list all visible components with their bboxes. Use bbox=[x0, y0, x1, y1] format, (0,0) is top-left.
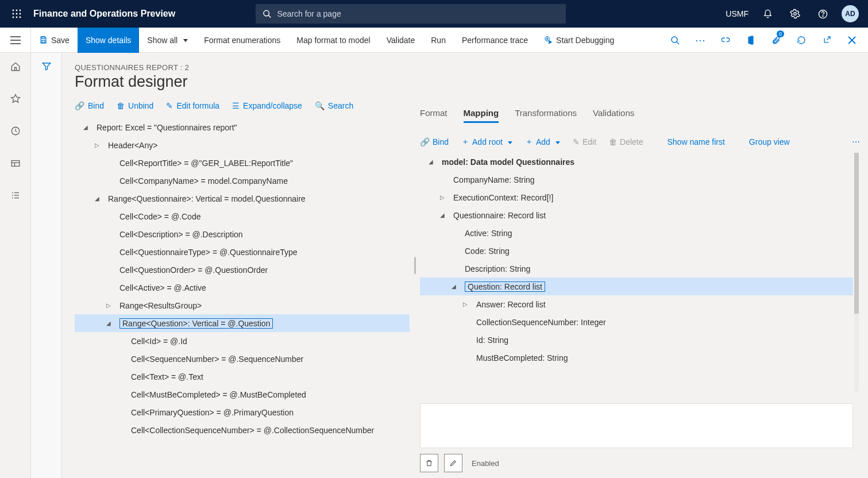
cmd-search-icon[interactable] bbox=[665, 30, 685, 51]
tree-row[interactable]: Active: String bbox=[420, 224, 853, 242]
cmd-attachments-icon[interactable]: 0 bbox=[766, 30, 786, 51]
search-tree-button[interactable]: 🔍Search bbox=[315, 101, 353, 110]
caret-open-icon[interactable]: ◢ bbox=[92, 195, 102, 202]
start-debugging-button[interactable]: Start Debugging bbox=[536, 28, 622, 53]
save-button[interactable]: Save bbox=[31, 28, 78, 53]
tree-row[interactable]: ◢Report: Excel = "Questionnaires report" bbox=[75, 118, 410, 136]
tree-label: Cell<CollectionSequenceNumber> = @.Colle… bbox=[131, 426, 374, 435]
show-details-button[interactable]: Show details bbox=[78, 28, 139, 53]
nav-collapse-button[interactable] bbox=[0, 28, 31, 53]
tree-row[interactable]: MustBeCompleted: String bbox=[420, 349, 853, 367]
tree-row[interactable]: ◢Range<Questionnaire>: Vertical = model.… bbox=[75, 190, 410, 207]
tree-row[interactable]: Cell<QuestionOrder> = @.QuestionOrder bbox=[75, 261, 410, 279]
show-all-button[interactable]: Show all bbox=[139, 28, 196, 53]
tree-row[interactable]: ▷Range<ResultsGroup> bbox=[75, 296, 410, 314]
unbind-button[interactable]: 🗑Unbind bbox=[117, 101, 153, 110]
caret-closed-icon[interactable]: ▷ bbox=[460, 301, 470, 307]
tree-row[interactable]: ◢Question: Record list bbox=[420, 277, 853, 295]
caret-open-icon[interactable]: ◢ bbox=[426, 159, 436, 165]
tree-row[interactable]: ▷Header<Any> bbox=[75, 136, 410, 154]
tree-row[interactable]: CompanyName: String bbox=[420, 171, 853, 188]
notifications-icon[interactable] bbox=[759, 5, 776, 22]
cmd-close-icon[interactable] bbox=[842, 30, 862, 51]
caret-open-icon[interactable]: ◢ bbox=[449, 283, 459, 290]
rail-home-icon[interactable] bbox=[4, 56, 27, 77]
rail-recent-icon[interactable] bbox=[4, 121, 27, 141]
filter-icon[interactable] bbox=[41, 61, 52, 478]
map-bind-button[interactable]: 🔗Bind bbox=[420, 137, 449, 147]
tab-transformations[interactable]: Transformations bbox=[515, 108, 577, 123]
tree-row[interactable]: Cell<Code> = @.Code bbox=[75, 207, 410, 225]
map-format-to-model-button[interactable]: Map format to model bbox=[288, 28, 378, 53]
tree-row[interactable]: Cell<CollectionSequenceNumber> = @.Colle… bbox=[75, 421, 410, 439]
tree-label: Cell<QuestionnaireType> = @.Questionnair… bbox=[119, 248, 298, 257]
performance-trace-button[interactable]: Performance trace bbox=[454, 28, 536, 53]
tab-mapping[interactable]: Mapping bbox=[464, 108, 499, 123]
tree-row[interactable]: Code: String bbox=[420, 242, 853, 260]
detail-strip: Enabled bbox=[420, 403, 853, 472]
validate-button[interactable]: Validate bbox=[379, 28, 423, 53]
global-search[interactable] bbox=[256, 4, 566, 24]
show-name-first-button[interactable]: Show name first bbox=[667, 137, 724, 147]
app-launcher-icon[interactable] bbox=[5, 0, 29, 28]
tree-row[interactable]: Cell<Description> = @.Description bbox=[75, 225, 410, 243]
tab-validations[interactable]: Validations bbox=[593, 108, 634, 123]
group-view-button[interactable]: Group view bbox=[749, 137, 790, 147]
tree-row[interactable]: Cell<SequenceNumber> = @.SequenceNumber bbox=[75, 350, 410, 368]
tree-row[interactable]: Cell<QuestionnaireType> = @.Questionnair… bbox=[75, 243, 410, 261]
cmd-popout-icon[interactable] bbox=[816, 30, 837, 51]
tree-row[interactable]: Cell<ReportTitle> = @"GER_LABEL:ReportTi… bbox=[75, 154, 410, 172]
add-button[interactable]: ＋Add bbox=[525, 137, 560, 147]
search-input[interactable] bbox=[277, 9, 559, 18]
caret-closed-icon[interactable]: ▷ bbox=[92, 142, 102, 148]
tree-row[interactable]: Cell<Active> = @.Active bbox=[75, 279, 410, 296]
tree-row[interactable]: Cell<Text> = @.Text bbox=[75, 368, 410, 386]
add-root-button[interactable]: ＋Add root bbox=[461, 137, 512, 147]
map-more-icon[interactable]: ⋯ bbox=[852, 137, 861, 147]
caret-closed-icon[interactable]: ▷ bbox=[437, 194, 447, 201]
rail-favorites-icon[interactable] bbox=[4, 88, 27, 109]
rail-modules-icon[interactable] bbox=[4, 185, 27, 206]
cmd-office-icon[interactable] bbox=[740, 30, 761, 51]
caret-closed-icon[interactable]: ▷ bbox=[103, 302, 114, 309]
tree-row[interactable]: Cell<Id> = @.Id bbox=[75, 332, 410, 350]
format-enumerations-button[interactable]: Format enumerations bbox=[196, 28, 288, 53]
tree-row[interactable]: Cell<MustBeCompleted> = @.MustBeComplete… bbox=[75, 386, 410, 403]
splitter[interactable] bbox=[410, 53, 420, 478]
caret-open-icon[interactable]: ◢ bbox=[103, 320, 114, 326]
tree-row[interactable]: Cell<PrimaryQuestion> = @.PrimaryQuestio… bbox=[75, 403, 410, 421]
tab-format[interactable]: Format bbox=[420, 108, 447, 123]
help-icon[interactable] bbox=[814, 5, 831, 22]
cmd-refresh-icon[interactable] bbox=[791, 30, 812, 51]
tree-row[interactable]: ◢model: Data model Questionnaires bbox=[420, 153, 853, 171]
scrollbar-thumb[interactable] bbox=[854, 153, 859, 314]
caret-open-icon[interactable]: ◢ bbox=[80, 124, 91, 130]
rail-workspaces-icon[interactable] bbox=[4, 153, 27, 174]
settings-icon[interactable] bbox=[786, 5, 804, 22]
cmd-more-icon[interactable]: ⋯ bbox=[690, 30, 711, 51]
tree-row[interactable]: ▷ExecutionContext: Record[!] bbox=[420, 188, 853, 206]
tree-row[interactable]: Cell<CompanyName> = model.CompanyName bbox=[75, 172, 410, 190]
tree-row[interactable]: ▷Answer: Record list bbox=[420, 295, 853, 313]
tree-label: Range<Question>: Vertical = @.Question bbox=[119, 318, 273, 329]
scrollbar[interactable] bbox=[854, 153, 859, 392]
detail-edit-button[interactable] bbox=[444, 454, 462, 472]
mapping-tree[interactable]: ◢model: Data model QuestionnairesCompany… bbox=[420, 153, 853, 392]
format-tree[interactable]: ◢Report: Excel = "Questionnaires report"… bbox=[75, 118, 410, 478]
tree-row[interactable]: CollectionSequenceNumber: Integer bbox=[420, 313, 853, 331]
bind-button[interactable]: 🔗Bind bbox=[75, 101, 104, 110]
edit-formula-button[interactable]: ✎Edit formula bbox=[166, 101, 219, 110]
tree-row[interactable]: Id: String bbox=[420, 331, 853, 349]
expand-collapse-button[interactable]: ☰Expand/collapse bbox=[232, 101, 302, 110]
attachments-badge: 0 bbox=[777, 30, 784, 37]
avatar[interactable]: AD bbox=[842, 5, 859, 22]
company-picker[interactable]: USMF bbox=[726, 9, 749, 18]
run-button[interactable]: Run bbox=[423, 28, 454, 53]
caret-open-icon[interactable]: ◢ bbox=[437, 212, 447, 218]
tree-row[interactable]: ◢Range<Question>: Vertical = @.Question bbox=[75, 314, 410, 332]
tree-label: Cell<SequenceNumber> = @.SequenceNumber bbox=[131, 354, 303, 364]
tree-row[interactable]: Description: String bbox=[420, 260, 853, 277]
cmd-link-icon[interactable] bbox=[715, 30, 736, 51]
detail-delete-button[interactable] bbox=[420, 454, 438, 472]
tree-row[interactable]: ◢Questionnaire: Record list bbox=[420, 206, 853, 224]
